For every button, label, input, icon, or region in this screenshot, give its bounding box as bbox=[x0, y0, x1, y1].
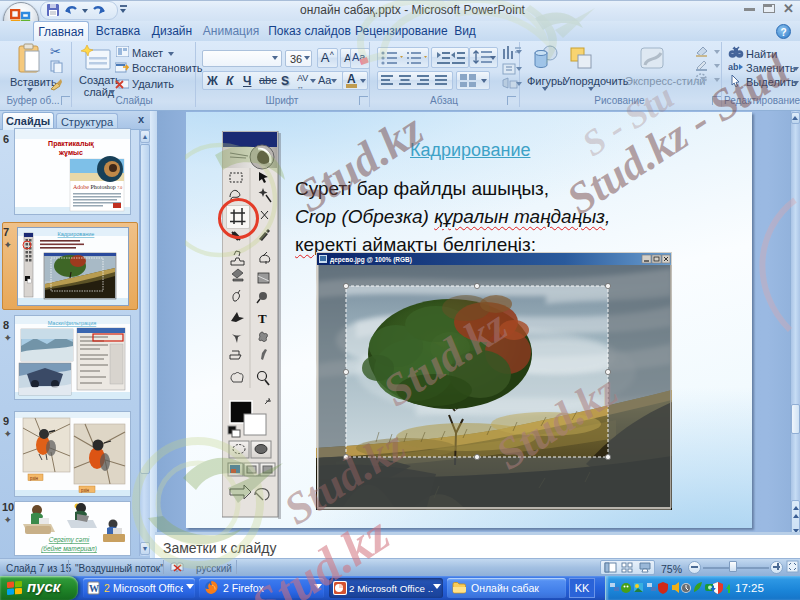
svg-text:T: T bbox=[258, 311, 267, 326]
svg-text:Сергіту сәті: Сергіту сәті bbox=[49, 536, 90, 544]
svg-text:Кадрирование: Кадрирование bbox=[58, 231, 95, 237]
svg-text:Практикалық: Практикалық bbox=[48, 140, 94, 148]
svg-text:жұмыс: жұмыс bbox=[58, 149, 83, 157]
svg-text:рзін: рзін bbox=[30, 476, 39, 481]
svg-text:дерево.jpg @ 100% (RGB): дерево.jpg @ 100% (RGB) bbox=[330, 256, 412, 264]
svg-text:W: W bbox=[89, 583, 99, 594]
svg-text:Маски/фильтрация: Маски/фильтрация bbox=[48, 320, 97, 326]
svg-text:Adobe Photoshop 7.0: Adobe Photoshop 7.0 bbox=[73, 184, 122, 190]
